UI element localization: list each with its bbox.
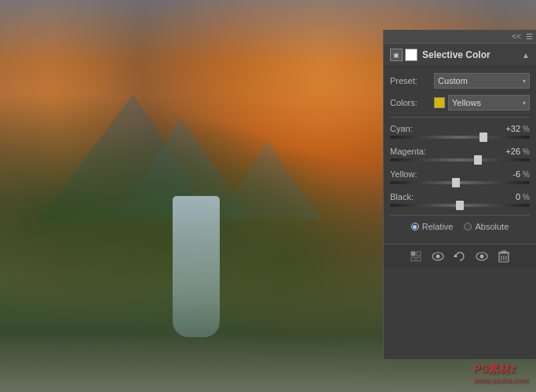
svg-rect-0 <box>411 252 415 256</box>
reset-icon <box>454 250 466 263</box>
radio-absolute[interactable]: Absolute <box>464 222 509 231</box>
magenta-percent: % <box>523 147 530 156</box>
black-percent: % <box>523 193 530 201</box>
black-thumb[interactable] <box>456 201 464 210</box>
mask-icon: ▣ <box>390 49 403 61</box>
toolbar-btn-visibility-1[interactable] <box>430 249 446 264</box>
radio-relative-label: Relative <box>422 222 454 231</box>
colors-select[interactable]: Yellows ▾ <box>448 95 530 111</box>
cyan-thumb[interactable] <box>479 132 487 142</box>
preset-label: Preset: <box>390 76 431 85</box>
eye-icon-1 <box>432 252 444 261</box>
white-box-icon <box>405 49 417 61</box>
magenta-label: Magenta: <box>390 147 426 156</box>
waterfall <box>173 196 220 337</box>
black-value: 0 <box>498 192 520 201</box>
cyan-label: Cyan: <box>390 124 413 133</box>
toolbar-btn-reset[interactable] <box>452 249 468 264</box>
svg-rect-3 <box>417 257 421 261</box>
panel-title-icons: ▣ <box>390 49 417 61</box>
cyan-value: +32 <box>498 124 520 133</box>
divider-1 <box>390 117 530 118</box>
panel-titlebar: ▣ Selective Color ▲ <box>384 44 536 67</box>
yellow-header: Yellow: -6 % <box>390 169 530 179</box>
preset-row: Preset: Custom ▾ <box>390 73 530 89</box>
eye-icon-2 <box>476 252 488 261</box>
preset-arrow: ▾ <box>523 78 526 85</box>
scroll-indicator: ▲ <box>522 51 530 60</box>
toolbar-btn-delete[interactable] <box>496 249 512 264</box>
yellow-label: Yellow: <box>390 169 417 179</box>
color-swatch <box>434 97 445 108</box>
black-track[interactable] <box>390 204 530 207</box>
radio-absolute-label: Absolute <box>475 222 509 231</box>
preset-value: Custom <box>438 76 468 85</box>
svg-rect-11 <box>501 251 506 252</box>
magenta-slider-section: Magenta: +26 % <box>390 147 530 162</box>
yellow-slider-section: Yellow: -6 % <box>390 169 530 184</box>
panel-content: Preset: Custom ▾ Colors: Yellows ▾ Cyan:… <box>384 67 536 244</box>
radio-relative-circle <box>411 223 419 230</box>
colors-arrow: ▾ <box>523 100 526 107</box>
cyan-track[interactable] <box>390 136 530 139</box>
colors-row: Colors: Yellows ▾ <box>390 95 530 111</box>
cyan-value-group: +32 % <box>498 124 530 133</box>
properties-panel: << ☰ ▣ Selective Color ▲ Preset: Custom … <box>383 30 536 359</box>
svg-rect-2 <box>411 257 415 261</box>
yellow-percent: % <box>523 170 530 179</box>
collapse-btn[interactable]: << <box>512 32 521 41</box>
yellow-thumb[interactable] <box>452 178 460 187</box>
layer-icon <box>410 250 422 263</box>
preset-select[interactable]: Custom ▾ <box>434 73 530 89</box>
trash-icon <box>498 250 509 263</box>
toolbar-btn-visibility-2[interactable] <box>474 249 490 264</box>
radio-absolute-circle <box>464 223 472 230</box>
black-label: Black: <box>390 192 414 201</box>
panel-toolbar <box>384 244 536 268</box>
magenta-track[interactable] <box>390 158 530 162</box>
svg-point-8 <box>480 255 484 259</box>
yellow-track[interactable] <box>390 181 530 184</box>
radio-relative[interactable]: Relative <box>411 222 454 231</box>
magenta-header: Magenta: +26 % <box>390 147 530 156</box>
magenta-value-group: +26 % <box>498 147 530 156</box>
magenta-thumb[interactable] <box>474 155 482 165</box>
panel-title: Selective Color <box>422 49 517 60</box>
magenta-value: +26 <box>498 147 520 156</box>
panel-menu-btn[interactable]: ☰ <box>526 32 533 41</box>
cyan-slider-section: Cyan: +32 % <box>390 124 530 139</box>
svg-point-5 <box>436 255 440 259</box>
toolbar-btn-1[interactable] <box>408 249 424 264</box>
svg-rect-1 <box>417 252 421 256</box>
divider-2 <box>390 215 530 216</box>
cyan-percent: % <box>523 125 530 133</box>
colors-label: Colors: <box>390 98 431 107</box>
panel-topbar: << ☰ <box>384 30 536 44</box>
radio-row: Relative Absolute <box>390 222 530 231</box>
colors-value: Yellows <box>452 98 481 107</box>
black-value-group: 0 % <box>498 192 530 201</box>
watermark: PS素材z www.psahz.com <box>473 362 528 384</box>
yellow-value: -6 <box>498 169 520 179</box>
cyan-header: Cyan: +32 % <box>390 124 530 133</box>
yellow-value-group: -6 % <box>498 169 530 179</box>
black-slider-section: Black: 0 % <box>390 192 530 207</box>
